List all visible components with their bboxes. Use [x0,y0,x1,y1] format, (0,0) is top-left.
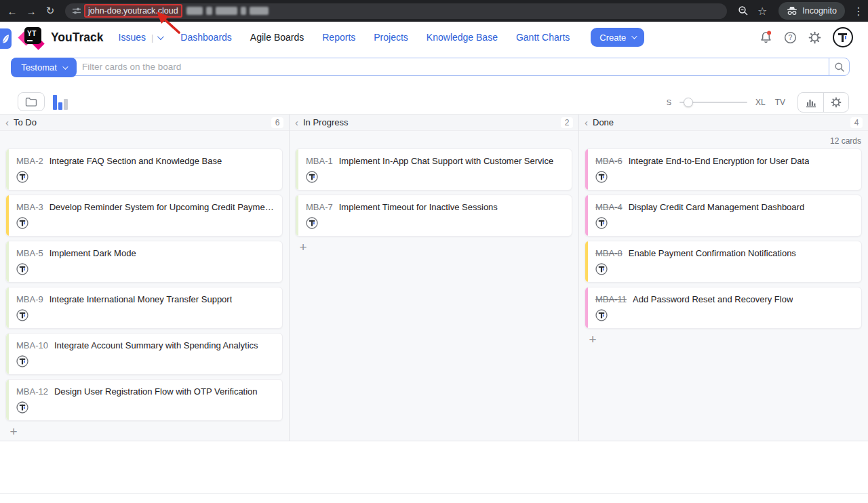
card-id[interactable]: MBA-11 [595,294,627,304]
chevron-down-icon [62,64,68,69]
search-button[interactable] [829,58,849,75]
add-card-button[interactable]: + [7,426,20,438]
assignee-avatar[interactable] [16,171,28,183]
notifications-bell-icon[interactable] [760,31,772,44]
card[interactable]: MBA-10 Integrate Account Summary with Sp… [5,333,283,375]
histogram-icon [806,98,816,108]
browser-reload-icon[interactable]: ↻ [41,5,60,17]
feedback-tab[interactable] [0,28,12,49]
card-size-large-label: XL [755,98,766,107]
collapse-column-icon[interactable]: ‹ [585,117,588,127]
card-title[interactable]: Implement Timeout for Inactive Sessions [339,202,498,212]
logo-underscore [24,27,41,44]
card-id[interactable]: MBA-5 [16,248,43,258]
card[interactable]: MBA-1 Implement In-App Chat Support with… [295,148,572,190]
assignee-avatar[interactable] [16,401,28,414]
assignee-avatar[interactable] [595,171,608,183]
card[interactable]: MBA-5 Implement Dark Mode [5,241,283,283]
card-id[interactable]: MBA-8 [595,248,623,258]
settings-gear-icon[interactable] [808,31,821,44]
youtrack-logo[interactable]: YT [20,26,45,49]
card[interactable]: MBA-3 Develop Reminder System for Upcomi… [5,195,283,237]
nav-issues[interactable]: Issues | [119,32,163,43]
card[interactable]: MBA-9 Integrate International Money Tran… [5,287,283,329]
browser-forward-icon[interactable]: → [22,5,41,17]
card-title[interactable]: Integrate End-to-End Encryption for User… [629,156,810,166]
card-title[interactable]: Integrate Account Summary with Spending … [54,340,258,350]
filter-cards-input[interactable] [82,58,829,75]
card-title[interactable]: Implement Dark Mode [50,248,136,258]
nav-dashboards[interactable]: Dashboards [180,32,232,43]
assignee-avatar[interactable] [306,171,318,183]
bookmark-star-icon[interactable]: ☆ [753,5,772,18]
card-title[interactable]: Develop Reminder System for Upcoming Cre… [50,202,275,212]
assignee-avatar[interactable] [595,217,608,229]
add-card-button[interactable]: + [297,241,309,254]
assignee-avatar[interactable] [16,217,28,229]
card[interactable]: MBA-7 Implement Timeout for Inactive Ses… [295,195,572,237]
nav-gantt-charts[interactable]: Gantt Charts [516,32,570,43]
chart-view-toggle[interactable] [53,94,68,110]
burndown-chart-button[interactable] [798,93,823,112]
assignee-avatar[interactable] [595,309,608,321]
assignee-avatar[interactable] [306,217,318,229]
card-priority-stripe [6,380,9,420]
gear-icon [831,97,842,108]
card[interactable]: MBA-4 Display Credit Card Management Das… [585,195,862,237]
url-redacted-blur [186,7,269,15]
board-filter-bar: Testomat [11,58,850,76]
card-priority-stripe [585,287,588,328]
card-title[interactable]: Enable Payment Confirmation Notification… [629,248,796,258]
site-settings-icon[interactable] [72,6,81,16]
card[interactable]: MBA-6 Integrate End-to-End Encryption fo… [585,148,862,190]
card[interactable]: MBA-11 Add Password Reset and Recovery F… [585,287,862,329]
card-title[interactable]: Add Password Reset and Recovery Flow [633,294,793,304]
assignee-avatar[interactable] [16,355,28,367]
card-id[interactable]: MBA-6 [595,156,623,166]
card-title[interactable]: Integrate FAQ Section and Knowledge Base [50,156,222,166]
card-title[interactable]: Integrate International Money Transfer S… [50,294,233,304]
browser-menu-icon[interactable]: ⋮ [849,5,868,18]
add-card-button[interactable]: + [587,334,599,346]
card[interactable]: MBA-8 Enable Payment Confirmation Notifi… [585,241,862,283]
nav-agile-boards[interactable]: Agile Boards [250,32,304,43]
zoom-page-icon[interactable] [734,5,753,16]
card-id[interactable]: MBA-9 [16,294,43,304]
user-avatar[interactable] [833,27,853,47]
assignee-avatar[interactable] [595,263,608,275]
browser-back-icon[interactable]: ← [3,5,22,17]
card-id[interactable]: MBA-7 [306,202,333,212]
collapse-column-icon[interactable]: ‹ [295,117,298,127]
collapse-column-icon[interactable]: ‹ [5,117,9,127]
card-id[interactable]: MBA-1 [306,156,333,166]
help-icon[interactable]: ? [784,31,797,44]
backlog-folder-button[interactable] [18,92,45,111]
card-id[interactable]: MBA-3 [16,202,43,212]
slider-knob[interactable] [684,98,693,107]
card-id[interactable]: MBA-4 [595,202,623,212]
card-title[interactable]: Design User Registration Flow with OTP V… [54,386,258,397]
card[interactable]: MBA-2 Integrate FAQ Section and Knowledg… [5,148,283,190]
tv-mode-button[interactable]: TV [775,98,785,107]
nav-knowledge-base[interactable]: Knowledge Base [427,32,498,43]
url-bar[interactable]: john-doe.youtrack.cloud [65,3,727,19]
board-settings-button[interactable] [823,93,848,112]
card-size-small-label: S [667,98,671,106]
card-title[interactable]: Implement In-App Chat Support with Custo… [339,156,553,166]
card-id[interactable]: MBA-10 [16,340,48,350]
create-button[interactable]: Create [591,28,644,47]
chevron-down-icon[interactable] [157,33,164,40]
page-divider [0,493,868,494]
card-size-slider[interactable] [679,93,747,112]
card[interactable]: MBA-12 Design User Registration Flow wit… [5,379,283,421]
nav-reports[interactable]: Reports [322,32,355,43]
product-name: YouTrack [51,31,104,45]
url-text[interactable]: john-doe.youtrack.cloud [88,6,178,16]
nav-projects[interactable]: Projects [374,32,408,43]
card-id[interactable]: MBA-2 [16,156,43,166]
assignee-avatar[interactable] [16,263,28,275]
card-id[interactable]: MBA-12 [16,386,48,397]
assignee-avatar[interactable] [16,309,28,321]
card-title[interactable]: Display Credit Card Management Dashboard [629,202,804,212]
board-selector-button[interactable]: Testomat [11,58,77,77]
